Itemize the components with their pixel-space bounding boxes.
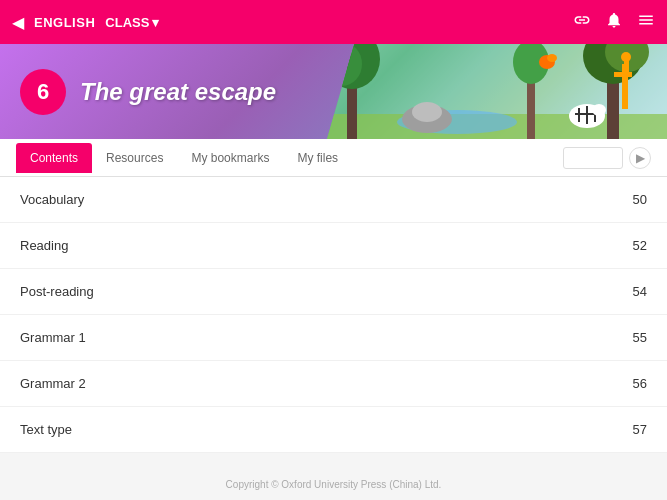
svg-point-14 xyxy=(621,52,631,62)
next-icon[interactable]: ▶ xyxy=(629,147,651,169)
row-label: Post-reading xyxy=(20,284,94,299)
header-icons xyxy=(573,11,655,33)
table-row[interactable]: Grammar 2 56 xyxy=(0,361,667,407)
table-row[interactable]: Reading 52 xyxy=(0,223,667,269)
tab-bookmarks[interactable]: My bookmarks xyxy=(177,143,283,173)
english-label: ENGLISH xyxy=(34,15,95,30)
unit-number-circle: 6 xyxy=(20,69,66,115)
table-row[interactable]: Grammar 1 55 xyxy=(0,315,667,361)
footer: Copyright © Oxford University Press (Chi… xyxy=(0,474,667,492)
tabs-bar: Contents Resources My bookmarks My files… xyxy=(0,139,667,177)
row-page: 55 xyxy=(633,330,647,345)
table-row[interactable]: Text type 57 xyxy=(0,407,667,453)
table-row[interactable]: Post-reading 54 xyxy=(0,269,667,315)
header: ◀ ENGLISH CLASS ▾ xyxy=(0,0,667,44)
tab-resources[interactable]: Resources xyxy=(92,143,177,173)
class-label: CLASS xyxy=(105,15,149,30)
row-page: 50 xyxy=(633,192,647,207)
copyright-text: Copyright © Oxford University Press (Chi… xyxy=(226,479,442,490)
notification-icon[interactable] xyxy=(605,11,623,33)
page-search-input[interactable] xyxy=(563,147,623,169)
banner-title-section: 6 The great escape xyxy=(20,69,276,115)
chevron-down-icon: ▾ xyxy=(152,15,159,30)
row-page: 54 xyxy=(633,284,647,299)
link-icon[interactable] xyxy=(573,11,591,33)
menu-icon[interactable] xyxy=(637,11,655,33)
svg-point-18 xyxy=(547,54,557,62)
unit-title: The great escape xyxy=(80,78,276,106)
row-page: 57 xyxy=(633,422,647,437)
row-label: Text type xyxy=(20,422,72,437)
unit-number: 6 xyxy=(37,79,49,105)
banner-background xyxy=(327,44,667,139)
svg-rect-12 xyxy=(614,72,632,77)
svg-point-24 xyxy=(592,104,606,116)
class-dropdown[interactable]: CLASS ▾ xyxy=(105,15,159,30)
row-label: Grammar 2 xyxy=(20,376,86,391)
tab-contents[interactable]: Contents xyxy=(16,143,92,173)
tab-files[interactable]: My files xyxy=(283,143,352,173)
row-page: 56 xyxy=(633,376,647,391)
table-row[interactable]: Vocabulary 50 xyxy=(0,177,667,223)
banner: 6 The great escape xyxy=(0,44,667,139)
row-page: 52 xyxy=(633,238,647,253)
row-label: Grammar 1 xyxy=(20,330,86,345)
content-list: Vocabulary 50 Reading 52 Post-reading 54… xyxy=(0,177,667,453)
row-label: Reading xyxy=(20,238,68,253)
back-icon[interactable]: ◀ xyxy=(12,13,24,32)
row-label: Vocabulary xyxy=(20,192,84,207)
svg-point-16 xyxy=(412,102,442,122)
